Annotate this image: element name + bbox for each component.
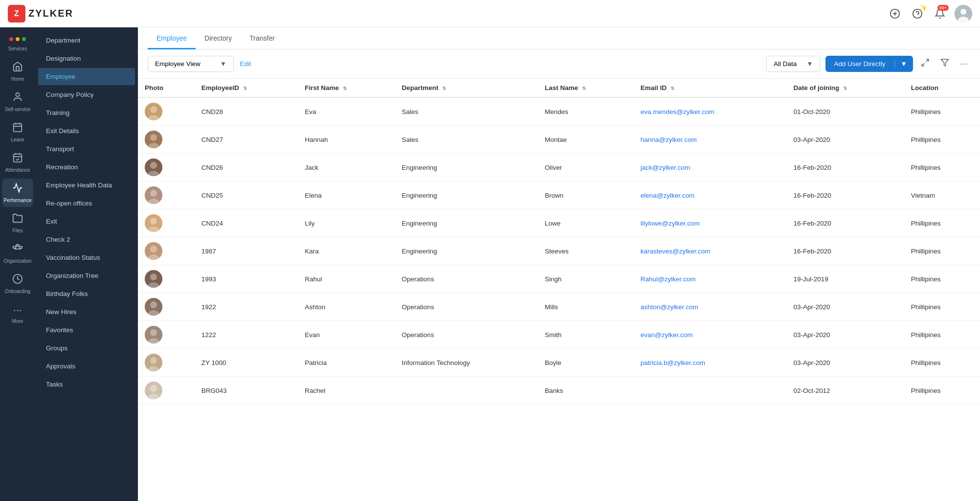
- cell-last-name: Montae: [538, 126, 634, 154]
- add-icon[interactable]: [887, 6, 903, 22]
- sidebar-item-transport[interactable]: Transport: [38, 140, 135, 158]
- col-email-id[interactable]: Email ID ⇅: [634, 79, 787, 97]
- sidebar-item-vaccination-status[interactable]: Vaccination Status: [38, 249, 135, 266]
- sidebar-item-performance[interactable]: Performance: [2, 179, 33, 207]
- sidebar-item-tasks[interactable]: Tasks: [38, 376, 135, 393]
- cell-email[interactable]: hanna@zylker.com: [634, 126, 787, 154]
- cell-first-name: Rahul: [298, 265, 395, 293]
- table-row[interactable]: CND26JackEngineeringOliverjack@zylker.co…: [138, 154, 980, 182]
- edit-link[interactable]: Edit: [240, 60, 251, 68]
- cell-email[interactable]: patricia.b@zylker.com: [634, 349, 787, 377]
- table-row[interactable]: CND25ElenaEngineeringBrownelena@zylker.c…: [138, 182, 980, 209]
- tab-employee[interactable]: Employee: [148, 27, 196, 49]
- sidebar-item-organization-tree[interactable]: Organization Tree: [38, 267, 135, 284]
- cell-email[interactable]: ashton@zylker.com: [634, 293, 787, 321]
- svg-marker-27: [941, 59, 948, 66]
- more-options-icon[interactable]: ···: [957, 56, 970, 72]
- sidebar-item-employee-health-data[interactable]: Employee Health Data: [38, 177, 135, 194]
- expand-icon[interactable]: [918, 55, 933, 72]
- cell-department: Operations: [395, 265, 538, 293]
- sidebar-item-training[interactable]: Training: [38, 104, 135, 121]
- cell-photo: [138, 126, 195, 154]
- sidebar-item-re-open-offices[interactable]: Re-open offices: [38, 195, 135, 212]
- table-row[interactable]: CND28EvaSalesMendeseva.mendes@zylker.com…: [138, 97, 980, 126]
- svg-point-50: [150, 301, 157, 308]
- table-header: Photo EmployeeID ⇅ First Name ⇅ Departme…: [138, 79, 980, 97]
- cell-photo: [138, 97, 195, 126]
- employee-view-select[interactable]: Employee View ▼: [148, 56, 234, 72]
- sidebar-item-exit[interactable]: Exit: [38, 213, 135, 230]
- table-row[interactable]: 1922AshtonOperationsMillsashton@zylker.c…: [138, 293, 980, 321]
- sidebar-item-department[interactable]: Department: [38, 32, 135, 49]
- cell-email[interactable]: evan@zylker.com: [634, 321, 787, 349]
- cell-employee-id: 1987: [195, 237, 298, 265]
- sidebar-item-employee[interactable]: Employee: [38, 68, 135, 85]
- sidebar-item-services[interactable]: Services: [2, 33, 33, 55]
- sidebar-item-organization[interactable]: Organization: [2, 239, 33, 268]
- cell-email[interactable]: karasteves@zylker.com: [634, 237, 787, 265]
- notifications-icon[interactable]: 99+: [932, 6, 948, 22]
- logo[interactable]: Z ZYLKER: [8, 5, 73, 23]
- col-department[interactable]: Department ⇅: [395, 79, 538, 97]
- cell-photo: [138, 154, 195, 182]
- sidebar-item-onboarding[interactable]: Onboarding: [2, 270, 33, 298]
- sidebar-item-approvals[interactable]: Approvals: [38, 358, 135, 375]
- sidebar-item-self-service[interactable]: Self-service: [2, 88, 33, 116]
- cell-email[interactable]: [634, 377, 787, 405]
- sidebar-item-new-hires[interactable]: New Hires: [38, 303, 135, 320]
- sidebar-item-designation[interactable]: Designation: [38, 50, 135, 67]
- employee-table: Photo EmployeeID ⇅ First Name ⇅ Departme…: [138, 79, 980, 405]
- cell-email[interactable]: Rahul@zylker.com: [634, 265, 787, 293]
- sidebar-item-groups[interactable]: Groups: [38, 340, 135, 357]
- sidebar-item-home[interactable]: Home: [2, 57, 33, 86]
- cell-first-name: Ashton: [298, 293, 395, 321]
- sidebar-item-favorites[interactable]: Favorites: [38, 321, 135, 339]
- cell-last-name: Brown: [538, 182, 634, 209]
- cell-email[interactable]: elena@zylker.com: [634, 182, 787, 209]
- cell-employee-id: 1922: [195, 293, 298, 321]
- cell-date-joining: 19-Jul-2019: [787, 265, 904, 293]
- help-icon[interactable]: ✨: [910, 6, 925, 22]
- cell-last-name: Mills: [538, 293, 634, 321]
- sidebar-item-exit-details[interactable]: Exit Details: [38, 122, 135, 139]
- cell-last-name: Boyle: [538, 349, 634, 377]
- table-row[interactable]: ZY 1000PatriciaInformation TechnologyBoy…: [138, 349, 980, 377]
- sidebar-item-check-2[interactable]: Check 2: [38, 231, 135, 248]
- tab-transfer[interactable]: Transfer: [241, 27, 284, 49]
- filter-icon[interactable]: [937, 55, 952, 72]
- sidebar-item-more[interactable]: ··· More: [2, 300, 33, 328]
- cell-location: Phillipines: [904, 209, 980, 237]
- table-row[interactable]: CND24LilyEngineeringLowelilylowe@zylker.…: [138, 209, 980, 237]
- cell-email[interactable]: eva.mendes@zylker.com: [634, 97, 787, 126]
- cell-email[interactable]: jack@zylker.com: [634, 154, 787, 182]
- tab-directory[interactable]: Directory: [196, 27, 241, 49]
- svg-point-59: [150, 385, 157, 392]
- all-data-select[interactable]: All Data ▼: [766, 56, 821, 72]
- sidebar-item-birthday-folks[interactable]: Birthday Folks: [38, 285, 135, 302]
- table-row[interactable]: BRG043RachelBanks02-Oct-2012Phillipines: [138, 377, 980, 405]
- cell-last-name: Smith: [538, 321, 634, 349]
- table-row[interactable]: 1987KaraEngineeringSteeveskarasteves@zyl…: [138, 237, 980, 265]
- table-row[interactable]: 1222EvanOperationsSmithevan@zylker.com03…: [138, 321, 980, 349]
- col-date-of-joining[interactable]: Date of joining ⇅: [787, 79, 904, 97]
- cell-employee-id: 1222: [195, 321, 298, 349]
- add-user-button[interactable]: Add User Directly ▼: [825, 56, 913, 72]
- topbar: Z ZYLKER ✨ 99+: [0, 0, 980, 27]
- user-avatar[interactable]: [955, 5, 972, 23]
- sidebar-item-files[interactable]: Files: [2, 209, 33, 237]
- cell-email[interactable]: lilylowe@zylker.com: [634, 209, 787, 237]
- cell-first-name: Evan: [298, 321, 395, 349]
- table-body: CND28EvaSalesMendeseva.mendes@zylker.com…: [138, 97, 980, 405]
- sidebar-item-attendance[interactable]: Attendance: [2, 148, 33, 177]
- col-employee-id[interactable]: EmployeeID ⇅: [195, 79, 298, 97]
- col-last-name[interactable]: Last Name ⇅: [538, 79, 634, 97]
- table-row[interactable]: 1993RahulOperationsSinghRahul@zylker.com…: [138, 265, 980, 293]
- cell-employee-id: BRG043: [195, 377, 298, 405]
- sidebar-item-recreation[interactable]: Recreation: [38, 159, 135, 176]
- sidebar-item-company-policy[interactable]: Company Policy: [38, 86, 135, 103]
- sidebar-item-leave[interactable]: Leave: [2, 118, 33, 146]
- add-user-dropdown-arrow[interactable]: ▼: [895, 60, 913, 68]
- svg-rect-9: [14, 124, 22, 132]
- col-first-name[interactable]: First Name ⇅: [298, 79, 395, 97]
- table-row[interactable]: CND27HannahSalesMontaehanna@zylker.com03…: [138, 126, 980, 154]
